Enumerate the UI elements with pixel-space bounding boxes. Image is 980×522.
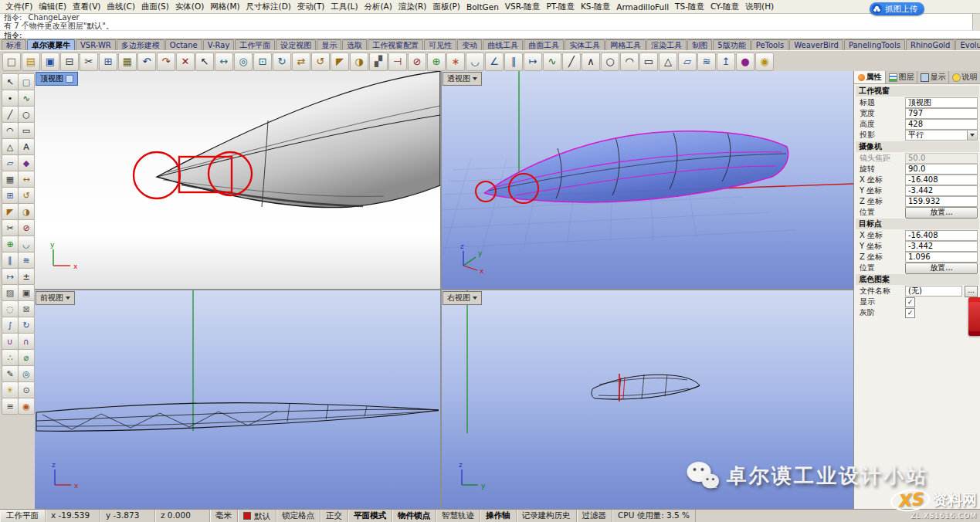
copy-icon[interactable]: ⊞ — [99, 53, 117, 71]
toolbar-tab[interactable]: RhinoGold — [906, 39, 955, 50]
select-icon[interactable]: ↖ — [195, 53, 214, 71]
current-layer-chip[interactable]: 默认 — [238, 510, 276, 522]
view-icon[interactable]: ◎ — [18, 365, 35, 382]
status-toggle[interactable]: 平面模式 — [348, 510, 392, 522]
viewport-perspective[interactable]: x y z 透视图 — [442, 71, 853, 289]
status-toggle[interactable]: 过滤器 — [577, 510, 613, 522]
viewport-front-canvas[interactable]: x z — [35, 290, 440, 510]
chamfer-icon[interactable]: ∠ — [485, 53, 504, 71]
menu-item[interactable]: 说明(H) — [742, 2, 777, 12]
toolbar-tab[interactable]: 显示 — [317, 39, 341, 50]
extend-icon[interactable]: ↦ — [2, 268, 19, 285]
curve-icon[interactable]: ∿ — [18, 90, 35, 107]
cut-icon[interactable]: ✂ — [80, 53, 98, 71]
status-toggle[interactable]: 正交 — [320, 510, 348, 522]
lock-icon[interactable]: ⊠ — [18, 300, 35, 317]
circle-icon[interactable]: ○ — [601, 53, 619, 71]
toolbar-tab[interactable]: 曲线工具 — [483, 39, 523, 50]
move-icon[interactable]: ⇄ — [292, 53, 310, 71]
layers-icon[interactable]: ≡ — [2, 398, 19, 415]
status-toggle[interactable]: 记录建构历史 — [517, 510, 577, 522]
scale-icon[interactable]: ◤ — [331, 53, 349, 71]
toolbar-tab[interactable]: Octane — [165, 39, 202, 50]
toolbar-tab[interactable]: 5版功能 — [713, 39, 750, 50]
trim-icon[interactable]: ✂ — [2, 219, 19, 236]
viewport-top-title[interactable]: 顶视图 — [36, 72, 78, 86]
delete-icon[interactable]: ✕ — [176, 53, 195, 71]
mirror-icon[interactable]: ◑ — [18, 203, 35, 220]
toolbar-tab[interactable]: 实体工具 — [565, 39, 605, 50]
dimension-icon[interactable]: ± — [18, 268, 35, 285]
toolbar-tab[interactable]: 可见性 — [424, 39, 456, 50]
undo-icon[interactable]: ↶ — [137, 53, 156, 71]
polyline-icon[interactable]: ∧ — [582, 53, 600, 71]
toolbar-tab[interactable]: 工作视窗配置 — [368, 39, 423, 50]
camera-x-field[interactable]: -16.408 — [905, 175, 978, 185]
wallpaper-grayscale-checkbox[interactable]: ✓ — [905, 308, 915, 318]
fillet-icon[interactable]: ◡ — [466, 53, 484, 71]
menu-item[interactable]: 分析(A) — [361, 2, 395, 12]
menu-item[interactable]: PT-随意 — [543, 2, 578, 12]
menu-item[interactable]: 编辑(E) — [36, 2, 70, 12]
toolbar-tab[interactable]: 渲染工具 — [646, 39, 687, 50]
lasso-select-icon[interactable]: ▢ — [18, 73, 35, 90]
boolean-intersect-icon[interactable]: ∩ — [18, 333, 35, 350]
light-icon[interactable]: ☀ — [2, 381, 19, 398]
hatch-icon[interactable]: ▨ — [2, 284, 19, 301]
camera-z-field[interactable]: 159.932 — [905, 196, 978, 207]
status-toggle[interactable]: 操作轴 — [480, 510, 517, 522]
circle-icon[interactable]: ○ — [18, 106, 35, 123]
viewport-right-canvas[interactable]: y z — [442, 290, 853, 510]
copy-icon[interactable]: ⊞ — [2, 187, 19, 204]
toolbar-tab[interactable]: EvolutePro — [955, 39, 980, 50]
viewport-top[interactable]: x y 顶视图 — [35, 71, 440, 289]
open-file-icon[interactable]: ▤ — [22, 53, 40, 71]
pan-icon[interactable]: ↔ — [215, 53, 233, 71]
mesh-icon[interactable]: ▦ — [2, 171, 19, 188]
menu-item[interactable]: 变动(T) — [294, 2, 328, 12]
analyze-icon[interactable]: ∴ — [2, 349, 19, 366]
properties-icon[interactable]: ◉ — [18, 398, 35, 415]
join-icon[interactable]: ⊕ — [427, 53, 446, 71]
viewport-title-field[interactable]: 顶视图 — [905, 97, 978, 108]
camera-place-button[interactable]: 放置... — [905, 207, 978, 219]
zoom-icon[interactable]: ◎ — [234, 53, 253, 71]
viewport-perspective-canvas[interactable]: x y z — [442, 71, 853, 289]
arc-icon[interactable]: ◠ — [2, 122, 19, 139]
rotation-field[interactable]: 90.0 — [905, 164, 978, 175]
toolbar-tab[interactable]: 变动 — [457, 39, 482, 50]
line-icon[interactable]: ╱ — [2, 106, 19, 123]
offset-icon[interactable]: ∥ — [2, 252, 19, 269]
menu-item[interactable]: 尺寸标注(D) — [243, 2, 294, 12]
toolbar-tab[interactable]: 多边形建模 — [117, 39, 164, 50]
zoom-extents-icon[interactable]: ⊡ — [253, 53, 272, 71]
toolbar-tab[interactable]: 网格工具 — [605, 39, 646, 50]
menu-item[interactable]: 文件(F) — [2, 2, 36, 12]
blend-icon[interactable]: ≋ — [18, 252, 35, 269]
viewport-perspective-title[interactable]: 透视图 — [443, 72, 482, 86]
toolbar-tab[interactable]: 设定视图 — [276, 39, 316, 50]
status-toggle[interactable]: 物件锁点 — [392, 510, 436, 522]
text-icon[interactable]: A — [18, 138, 35, 155]
cplane-button[interactable]: 工作平面 — [0, 510, 46, 522]
curve-icon[interactable]: ∿ — [543, 53, 561, 71]
menu-item[interactable]: 工具(L) — [327, 2, 361, 12]
hide-icon[interactable]: ◌ — [2, 300, 19, 317]
rotate-view-icon[interactable]: ↻ — [273, 53, 291, 71]
viewport-front[interactable]: x z 前视图 — [35, 290, 440, 510]
sweep-icon[interactable]: ∫ — [2, 317, 19, 334]
tab-properties[interactable]: 属性 — [854, 71, 886, 83]
tab-layers[interactable]: 图层 — [886, 71, 917, 83]
toolbar-tab[interactable]: VSR-WR — [76, 39, 116, 50]
toolbar-tab[interactable]: PeTools — [751, 39, 788, 50]
surface-icon[interactable]: ▱ — [2, 154, 19, 171]
rotate-icon[interactable]: ↺ — [311, 53, 330, 71]
menu-item[interactable]: TS-随意 — [672, 2, 707, 12]
array-icon[interactable]: ▞ — [369, 53, 388, 71]
group-icon[interactable]: ▣ — [18, 284, 35, 301]
revolve-icon[interactable]: ↻ — [18, 317, 35, 334]
redo-icon[interactable]: ↷ — [157, 53, 175, 71]
status-toggle[interactable]: 智慧轨迹 — [436, 510, 480, 522]
target-y-field[interactable]: -3.442 — [905, 241, 978, 252]
status-toggle[interactable]: 锁定格点 — [276, 510, 320, 522]
